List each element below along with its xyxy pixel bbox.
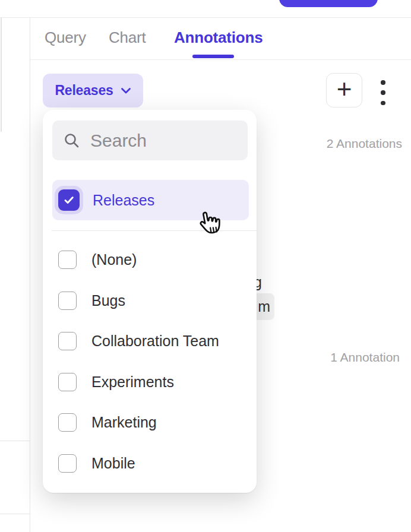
- option-row-none[interactable]: (None): [52, 239, 249, 280]
- plus-icon: +: [337, 77, 352, 101]
- dropdown-divider: [52, 230, 257, 231]
- option-row-bugs[interactable]: Bugs: [52, 280, 249, 321]
- left-row-divider: [0, 441, 30, 441]
- panel-edge-divider: [1, 18, 2, 132]
- checkmark-icon: [62, 194, 75, 207]
- left-row-divider: [0, 514, 30, 514]
- chevron-down-icon: [121, 87, 131, 94]
- option-row-marketing[interactable]: Marketing: [52, 402, 249, 442]
- checkbox[interactable]: [58, 413, 77, 432]
- tab-annotations[interactable]: Annotations: [174, 30, 263, 45]
- header-divider: [0, 17, 411, 18]
- kebab-dot: [381, 101, 385, 106]
- primary-button-partial[interactable]: [279, 0, 378, 7]
- tab-query[interactable]: Query: [45, 30, 86, 45]
- option-label: Mobile: [91, 455, 135, 472]
- checkbox[interactable]: [58, 332, 77, 350]
- option-label: Bugs: [91, 292, 125, 309]
- kebab-dot: [381, 90, 385, 95]
- checkbox-checked[interactable]: [58, 189, 80, 211]
- option-label: Releases: [93, 192, 154, 209]
- more-options-button[interactable]: [379, 80, 387, 105]
- option-row-mobile[interactable]: Mobile: [52, 443, 249, 483]
- tabbar-divider: [30, 59, 411, 60]
- option-label: Collaboration Team: [91, 332, 219, 350]
- releases-filter-button[interactable]: Releases: [43, 74, 143, 107]
- checkbox[interactable]: [58, 454, 77, 473]
- option-label: Marketing: [91, 414, 157, 431]
- releases-filter-label: Releases: [55, 83, 113, 99]
- checkbox[interactable]: [58, 373, 77, 391]
- search-field[interactable]: [52, 121, 248, 160]
- kebab-dot: [381, 80, 385, 85]
- sidebar-divider: [30, 18, 30, 532]
- checkbox[interactable]: [58, 292, 77, 310]
- add-annotation-button[interactable]: +: [326, 73, 362, 107]
- annotations-screen: Query Chart Annotations Releases + 2 Ann…: [0, 0, 411, 532]
- option-label: (None): [91, 251, 137, 268]
- option-label: Experiments: [91, 373, 174, 391]
- option-row-releases[interactable]: Releases: [52, 180, 249, 220]
- search-icon: [64, 132, 80, 149]
- annotation-count-bottom: 1 Annotation: [330, 351, 400, 364]
- option-row-collaboration-team[interactable]: Collaboration Team: [52, 321, 249, 361]
- checkbox[interactable]: [58, 251, 77, 269]
- option-row-experiments[interactable]: Experiments: [52, 362, 249, 402]
- search-input[interactable]: [90, 131, 320, 151]
- active-tab-underline: [192, 55, 234, 58]
- tab-chart[interactable]: Chart: [109, 30, 146, 45]
- annotations-filter-dropdown: Releases (None) Bugs Collaboration Team …: [43, 110, 257, 493]
- annotation-count-top: 2 Annotations: [327, 137, 402, 150]
